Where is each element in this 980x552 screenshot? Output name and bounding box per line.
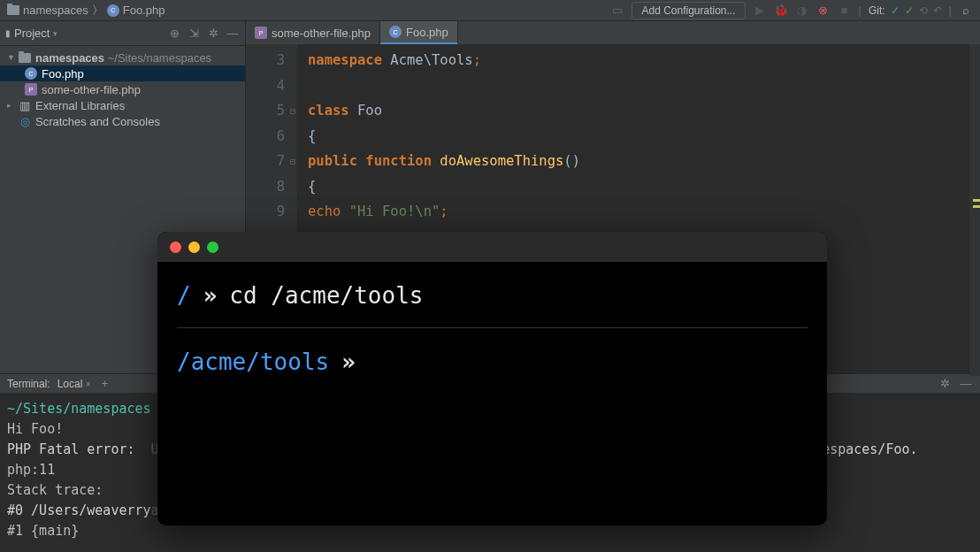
terminal-settings-icon[interactable]: ✲ xyxy=(938,377,952,391)
term-line: Hi Foo! xyxy=(7,421,63,437)
toolbar-right: ▭ Add Configuration... ▶ 🐞 ◑ ⊗ ■ | Git: … xyxy=(610,2,973,19)
editor-tabs: P some-other-file.php C Foo.php xyxy=(246,21,980,44)
kw-namespace: namespace xyxy=(308,52,382,68)
libraries-icon: ▥ xyxy=(19,99,31,111)
line-number: 4 xyxy=(246,73,285,99)
caret-right-icon: ▸ xyxy=(7,101,14,110)
minimize-button[interactable] xyxy=(188,242,200,253)
project-header: ▮ Project ▾ ⊕ ⇲ ✲ — xyxy=(0,21,245,46)
tab-foo[interactable]: C Foo.php xyxy=(380,21,458,44)
tree-file-foo[interactable]: C Foo.php xyxy=(0,65,245,81)
hide-icon[interactable]: — xyxy=(226,27,240,41)
coverage-icon[interactable]: ◑ xyxy=(795,4,809,18)
debug-icon[interactable]: 🐞 xyxy=(774,4,788,18)
ot-prompt-arrow: » xyxy=(341,344,356,380)
php-icon: C xyxy=(389,26,402,38)
brace: { xyxy=(308,179,316,195)
ot-command: cd /acme/tools xyxy=(229,278,423,313)
git-label: Git: xyxy=(869,4,885,17)
tab-label: some-other-file.php xyxy=(272,27,371,40)
project-title[interactable]: Project xyxy=(14,27,50,40)
terminal-hide-icon[interactable]: — xyxy=(959,377,973,391)
overlay-titlebar[interactable] xyxy=(157,232,827,262)
project-tab-icon: ▮ xyxy=(5,28,11,38)
php-file-icon: P xyxy=(255,27,267,39)
kw-public: public xyxy=(308,153,357,169)
profile-icon[interactable]: ⊗ xyxy=(816,4,831,18)
tree-root[interactable]: ▼ namespaces ~/Sites/namespaces xyxy=(0,50,245,65)
line-number: 7 xyxy=(246,149,285,174)
ot-prompt-path: / xyxy=(177,278,191,313)
term-line: PHP Fatal error: xyxy=(7,441,151,457)
project-dropdown-icon[interactable]: ▾ xyxy=(53,29,57,38)
tree-file-label: Foo.php xyxy=(42,67,84,80)
kw-function: function xyxy=(365,153,432,169)
namespace-name: Acme\Tools xyxy=(390,52,472,68)
scrollbar[interactable] xyxy=(969,44,980,376)
string-lit: "Hi Foo!\n" xyxy=(349,203,440,219)
run-icon[interactable]: ▶ xyxy=(753,4,767,18)
folder-icon xyxy=(19,53,31,63)
tab-some-other-file[interactable]: P some-other-file.php xyxy=(246,21,380,44)
php-file-icon: P xyxy=(25,83,37,96)
line-number: 3 xyxy=(246,48,285,73)
add-configuration-button[interactable]: Add Configuration... xyxy=(632,2,745,19)
git-history-icon[interactable]: ⟲ xyxy=(919,4,928,17)
php-icon: C xyxy=(25,67,37,80)
breadcrumb-file[interactable]: C Foo.php xyxy=(107,4,165,17)
scroll-marker xyxy=(973,199,980,202)
build-icon[interactable]: ▭ xyxy=(610,4,624,18)
folder-icon xyxy=(7,5,19,15)
terminal-title: Terminal: xyxy=(7,378,50,390)
tree-scratch-label: Scratches and Consoles xyxy=(35,115,160,128)
close-button[interactable] xyxy=(170,242,181,253)
tree-file-other[interactable]: P some-other-file.php xyxy=(0,81,245,97)
ot-prompt-path: /acme/tools xyxy=(177,344,329,380)
breadcrumb-separator: 〉 xyxy=(92,3,103,19)
semi: ; xyxy=(473,52,481,68)
terminal-tab-local[interactable]: Local × xyxy=(57,378,91,390)
settings-icon[interactable]: ✲ xyxy=(206,27,220,41)
tab-label: Foo.php xyxy=(406,26,448,39)
search-icon[interactable]: ⌕ xyxy=(959,4,973,18)
ot-prompt-arrow: » xyxy=(203,278,218,313)
fold-icon[interactable]: ⊟ xyxy=(287,99,295,125)
term-line: php:11 xyxy=(7,462,55,478)
overlay-terminal-body[interactable]: / » cd /acme/tools /acme/tools » xyxy=(157,262,827,395)
line-number: 5 xyxy=(246,98,285,124)
tree-external-libraries[interactable]: ▸ ▥ External Libraries xyxy=(0,97,245,113)
tree-scratches[interactable]: ◎ Scratches and Consoles xyxy=(0,113,245,129)
line-number: 9 xyxy=(246,199,285,225)
ot-separator xyxy=(177,327,808,328)
term-line: #1 {main} xyxy=(7,523,79,539)
git-update-icon[interactable]: ✓ xyxy=(891,4,900,17)
scroll-marker xyxy=(973,205,980,208)
git-toolbar: Git: ✓ ✓ ⟲ ↶ xyxy=(869,4,942,17)
tree-root-path: ~/Sites/namespaces xyxy=(108,51,211,65)
tree-file-label: some-other-file.php xyxy=(42,83,141,96)
breadcrumbs: namespaces 〉 C Foo.php xyxy=(7,3,165,19)
breadcrumb-folder-label: namespaces xyxy=(23,4,88,17)
overlay-terminal-window[interactable]: / » cd /acme/tools /acme/tools » xyxy=(157,232,827,525)
expand-icon[interactable]: ⇲ xyxy=(187,27,201,41)
breadcrumb-folder[interactable]: namespaces xyxy=(7,4,88,17)
stop-icon[interactable]: ■ xyxy=(838,4,852,18)
caret-down-icon: ▼ xyxy=(7,53,14,62)
terminal-add-button[interactable]: + xyxy=(98,377,112,391)
term-line: #0 /Users/weaverry xyxy=(7,502,151,518)
locate-icon[interactable]: ⊕ xyxy=(167,27,181,41)
fold-icon[interactable]: ⊟ xyxy=(287,150,295,175)
line-number: 6 xyxy=(246,124,285,150)
term-line: Stack trace: xyxy=(7,482,103,498)
git-commit-icon[interactable]: ✓ xyxy=(905,4,914,17)
class-name: Foo xyxy=(357,103,382,119)
navigation-bar: namespaces 〉 C Foo.php ▭ Add Configurati… xyxy=(0,0,980,21)
maximize-button[interactable] xyxy=(207,242,218,253)
php-icon: C xyxy=(107,4,119,17)
tree-root-label: namespaces xyxy=(35,51,104,65)
tree-ext-label: External Libraries xyxy=(35,99,125,112)
parens: () xyxy=(563,153,580,169)
scratches-icon: ◎ xyxy=(19,115,31,127)
line-number: 8 xyxy=(246,174,285,200)
git-revert-icon[interactable]: ↶ xyxy=(933,4,942,17)
